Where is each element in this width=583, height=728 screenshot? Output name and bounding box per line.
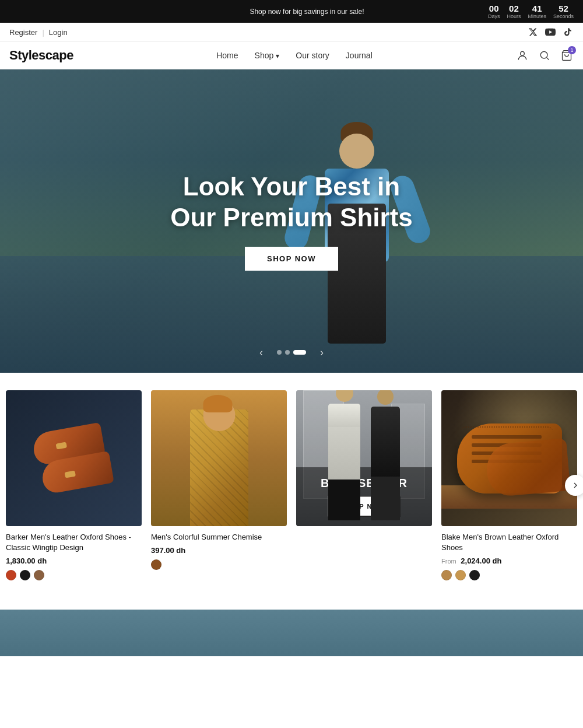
product-card-1[interactable]: Barker Men's Leather Oxford Shoes - Clas… [6,390,142,580]
cart-count-badge: 1 [568,46,576,54]
nav-icons: 1 [515,48,574,62]
promo-text: Shop now for big savings in our sale! [126,8,488,16]
nav-journal[interactable]: Journal [346,51,373,60]
cart-icon[interactable]: 1 [560,48,574,62]
hero-section: Look Your Best in Our Premium Shirts SHO… [0,69,583,373]
countdown-minutes: 41 Minutes [528,4,546,19]
product-image-1 [6,390,142,526]
hero-dot-1[interactable] [277,350,282,355]
hero-controls: ‹ › [252,344,331,361]
countdown-seconds: 52 Seconds [553,4,574,19]
login-link[interactable]: Login [49,28,68,37]
countdown-days: 00 Days [488,4,500,19]
oxford-bg [441,390,577,526]
bottom-section [0,610,583,656]
nav-shop[interactable]: Shop [255,51,280,60]
product-title-2: Men's Colorful Summer Chemise [151,532,287,542]
best-seller-overlay: BEST SELLER SHOP NOW [296,467,432,526]
swatch-mid-tan[interactable] [455,570,466,580]
utility-bar: Register | Login [0,23,583,42]
shirt-bg [151,390,287,526]
main-nav: Stylescape Home Shop Our story Journal [0,42,583,69]
shoe-bg [6,390,142,526]
twitter-x-icon[interactable] [527,26,539,38]
swatch-red[interactable] [6,570,16,580]
hero-content: Look Your Best in Our Premium Shirts SHO… [170,172,413,271]
announcement-bar: Shop now for big savings in our sale! 00… [0,0,583,23]
hero-dot-2[interactable] [285,350,290,355]
shoe-buckle-2 [64,470,75,478]
hero-dots [277,350,306,355]
svg-point-1 [540,51,547,58]
svg-point-0 [521,51,525,55]
swatch-brown[interactable] [151,559,161,570]
figure-head [339,134,374,169]
products-next-button[interactable] [565,475,583,496]
hero-cta-button[interactable]: SHOP NOW [245,247,338,271]
product-image-2 [151,390,287,526]
social-icons [527,26,574,38]
youtube-icon[interactable] [545,26,556,38]
product-image-best-seller: BEST SELLER SHOP NOW [296,390,432,526]
product-price-2: 397.00 dh [151,546,287,555]
hero-dot-3[interactable] [293,350,306,355]
product-price-4: From 2,024.00 dh [441,556,577,565]
account-icon[interactable] [515,48,529,62]
nav-links: Home Shop Our story Journal [216,51,373,60]
product-price-1: 1,830.00 dh [6,556,142,565]
swatch-black[interactable] [20,570,30,580]
best-seller-label: BEST SELLER [305,477,423,490]
product-card-4[interactable]: Blake Men's Brown Leather Oxford Shoes F… [441,390,577,580]
shop-chevron-icon [276,51,279,60]
swatch-dark[interactable] [469,570,480,580]
hero-prev-arrow[interactable]: ‹ [252,344,270,361]
products-grid: Barker Men's Leather Oxford Shoes - Clas… [6,390,577,580]
product-card-best-seller[interactable]: BEST SELLER SHOP NOW [296,390,432,580]
site-logo[interactable]: Stylescape [9,48,73,63]
swatch-tan[interactable] [34,570,44,580]
product-title-4: Blake Men's Brown Leather Oxford Shoes [441,532,577,553]
nav-our-story[interactable]: Our story [296,51,329,60]
product-card-2[interactable]: Men's Colorful Summer Chemise 397.00 dh [151,390,287,580]
nav-home[interactable]: Home [216,51,238,60]
countdown-hours: 02 Hours [507,4,521,19]
product-swatches-4 [441,570,577,580]
register-link[interactable]: Register [9,28,37,37]
hero-next-arrow[interactable]: › [313,344,331,361]
product-image-4 [441,390,577,526]
hero-title: Look Your Best in Our Premium Shirts [170,172,413,233]
product-title-1: Barker Men's Leather Oxford Shoes - Clas… [6,532,142,553]
product-swatches-1 [6,570,142,580]
swatch-light-tan[interactable] [441,570,452,580]
shoe-buckle [55,442,66,449]
shoe-pair [27,424,121,494]
countdown: 00 Days 02 Hours 41 Minutes 52 Seconds [488,4,574,19]
products-section: Barker Men's Leather Oxford Shoes - Clas… [0,373,583,598]
tiktok-icon[interactable] [562,26,574,38]
search-icon[interactable] [538,48,552,62]
product-swatches-2 [151,559,287,570]
auth-links: Register | Login [9,28,68,37]
